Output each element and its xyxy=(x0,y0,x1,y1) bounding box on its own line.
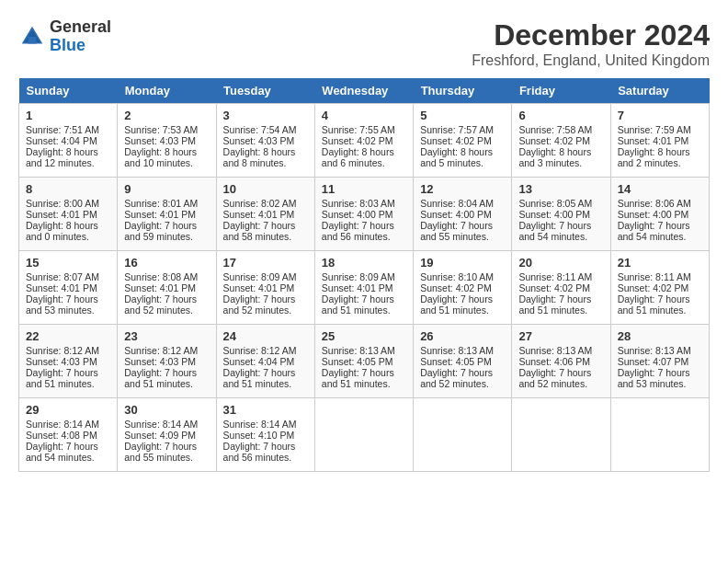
day-number: 26 xyxy=(420,329,505,343)
sunset-text: Sunset: 4:00 PM xyxy=(322,209,406,220)
calendar-cell: 14Sunrise: 8:06 AMSunset: 4:00 PMDayligh… xyxy=(610,178,709,251)
logo-icon xyxy=(18,23,46,51)
sunset-text: Sunset: 4:03 PM xyxy=(223,135,308,146)
sunrise-text: Sunrise: 8:02 AM xyxy=(223,198,308,209)
location: Freshford, England, United Kingdom xyxy=(472,52,710,69)
sunset-text: Sunset: 4:00 PM xyxy=(420,209,505,220)
day-number: 19 xyxy=(420,256,505,270)
svg-rect-2 xyxy=(28,37,37,44)
logo: General Blue xyxy=(18,18,111,55)
day-number: 1 xyxy=(26,109,110,122)
day-header-wednesday: Wednesday xyxy=(314,78,413,104)
sunrise-text: Sunrise: 8:13 AM xyxy=(322,345,406,356)
daylight-text: Daylight: 7 hours and 51 minutes. xyxy=(518,293,603,316)
sunrise-text: Sunrise: 7:54 AM xyxy=(223,124,308,135)
page-header: General Blue December 2024 Freshford, En… xyxy=(18,18,710,69)
day-number: 3 xyxy=(223,109,308,122)
sunrise-text: Sunrise: 8:03 AM xyxy=(322,198,406,209)
calendar-cell: 12Sunrise: 8:04 AMSunset: 4:00 PMDayligh… xyxy=(414,178,512,251)
daylight-text: Daylight: 7 hours and 59 minutes. xyxy=(124,220,209,242)
daylight-text: Daylight: 8 hours and 3 minutes. xyxy=(518,146,603,168)
calendar-week-row: 15Sunrise: 8:07 AMSunset: 4:01 PMDayligh… xyxy=(19,251,710,325)
day-header-thursday: Thursday xyxy=(414,78,512,104)
sunset-text: Sunset: 4:02 PM xyxy=(518,135,603,146)
daylight-text: Daylight: 7 hours and 52 minutes. xyxy=(124,293,209,316)
sunrise-text: Sunrise: 7:53 AM xyxy=(124,124,209,135)
calendar-cell: 30Sunrise: 8:14 AMSunset: 4:09 PMDayligh… xyxy=(118,398,216,472)
day-number: 20 xyxy=(518,256,603,270)
sunset-text: Sunset: 4:05 PM xyxy=(322,356,406,367)
sunrise-text: Sunrise: 8:12 AM xyxy=(26,345,110,356)
daylight-text: Daylight: 7 hours and 51 minutes. xyxy=(26,367,110,389)
daylight-text: Daylight: 7 hours and 51 minutes. xyxy=(420,293,505,316)
sunrise-text: Sunrise: 8:07 AM xyxy=(26,271,110,282)
calendar-cell: 24Sunrise: 8:12 AMSunset: 4:04 PMDayligh… xyxy=(216,325,314,398)
calendar-body: 1Sunrise: 7:51 AMSunset: 4:04 PMDaylight… xyxy=(19,104,710,472)
calendar-cell: 21Sunrise: 8:11 AMSunset: 4:02 PMDayligh… xyxy=(610,251,709,325)
day-header-sunday: Sunday xyxy=(19,78,118,104)
sunset-text: Sunset: 4:10 PM xyxy=(223,430,308,441)
calendar-cell: 16Sunrise: 8:08 AMSunset: 4:01 PMDayligh… xyxy=(118,251,216,325)
sunset-text: Sunset: 4:01 PM xyxy=(322,282,406,293)
sunrise-text: Sunrise: 8:00 AM xyxy=(26,198,110,209)
month-title: December 2024 xyxy=(472,18,710,52)
day-number: 18 xyxy=(322,256,406,270)
day-number: 9 xyxy=(124,182,209,196)
sunset-text: Sunset: 4:04 PM xyxy=(26,135,110,146)
day-header-tuesday: Tuesday xyxy=(216,78,314,104)
daylight-text: Daylight: 7 hours and 58 minutes. xyxy=(223,220,308,242)
sunrise-text: Sunrise: 8:09 AM xyxy=(322,271,406,282)
calendar-cell: 28Sunrise: 8:13 AMSunset: 4:07 PMDayligh… xyxy=(610,325,709,398)
day-number: 25 xyxy=(322,329,406,343)
sunrise-text: Sunrise: 8:05 AM xyxy=(518,198,603,209)
day-number: 12 xyxy=(420,182,505,196)
sunset-text: Sunset: 4:01 PM xyxy=(124,209,209,220)
sunset-text: Sunset: 4:01 PM xyxy=(124,282,209,293)
sunset-text: Sunset: 4:01 PM xyxy=(223,209,308,220)
calendar-cell xyxy=(512,398,610,472)
daylight-text: Daylight: 8 hours and 6 minutes. xyxy=(322,146,406,168)
sunset-text: Sunset: 4:00 PM xyxy=(618,209,702,220)
sunset-text: Sunset: 4:01 PM xyxy=(26,209,110,220)
day-number: 5 xyxy=(420,109,505,122)
day-number: 27 xyxy=(518,329,603,343)
sunset-text: Sunset: 4:01 PM xyxy=(223,282,308,293)
sunset-text: Sunset: 4:02 PM xyxy=(420,282,505,293)
day-number: 2 xyxy=(124,109,209,122)
sunrise-text: Sunrise: 8:10 AM xyxy=(420,271,505,282)
sunset-text: Sunset: 4:09 PM xyxy=(124,430,209,441)
day-number: 15 xyxy=(26,256,110,270)
calendar-cell: 2Sunrise: 7:53 AMSunset: 4:03 PMDaylight… xyxy=(118,104,216,178)
day-number: 28 xyxy=(618,329,702,343)
day-header-friday: Friday xyxy=(512,78,610,104)
sunset-text: Sunset: 4:00 PM xyxy=(518,209,603,220)
calendar-week-row: 1Sunrise: 7:51 AMSunset: 4:04 PMDaylight… xyxy=(19,104,710,178)
sunrise-text: Sunrise: 8:11 AM xyxy=(518,271,603,282)
sunrise-text: Sunrise: 7:51 AM xyxy=(26,124,110,135)
daylight-text: Daylight: 7 hours and 53 minutes. xyxy=(26,293,110,316)
sunrise-text: Sunrise: 8:14 AM xyxy=(223,419,308,430)
day-number: 13 xyxy=(518,182,603,196)
sunrise-text: Sunrise: 8:11 AM xyxy=(618,271,702,282)
calendar-cell: 25Sunrise: 8:13 AMSunset: 4:05 PMDayligh… xyxy=(314,325,413,398)
calendar-cell: 17Sunrise: 8:09 AMSunset: 4:01 PMDayligh… xyxy=(216,251,314,325)
daylight-text: Daylight: 7 hours and 51 minutes. xyxy=(322,367,406,389)
day-number: 7 xyxy=(618,109,702,122)
daylight-text: Daylight: 7 hours and 51 minutes. xyxy=(124,367,209,389)
sunset-text: Sunset: 4:03 PM xyxy=(124,135,209,146)
day-number: 8 xyxy=(26,182,110,196)
sunrise-text: Sunrise: 8:08 AM xyxy=(124,271,209,282)
sunrise-text: Sunrise: 8:06 AM xyxy=(618,198,702,209)
sunset-text: Sunset: 4:04 PM xyxy=(223,356,308,367)
day-number: 24 xyxy=(223,329,308,343)
sunrise-text: Sunrise: 8:14 AM xyxy=(124,419,209,430)
daylight-text: Daylight: 7 hours and 54 minutes. xyxy=(518,220,603,242)
calendar-cell: 7Sunrise: 7:59 AMSunset: 4:01 PMDaylight… xyxy=(610,104,709,178)
calendar-cell: 23Sunrise: 8:12 AMSunset: 4:03 PMDayligh… xyxy=(118,325,216,398)
daylight-text: Daylight: 7 hours and 52 minutes. xyxy=(223,293,308,316)
sunrise-text: Sunrise: 7:58 AM xyxy=(518,124,603,135)
day-number: 29 xyxy=(26,403,110,417)
day-header-monday: Monday xyxy=(118,78,216,104)
calendar-header-row: SundayMondayTuesdayWednesdayThursdayFrid… xyxy=(19,78,710,104)
day-number: 6 xyxy=(518,109,603,122)
